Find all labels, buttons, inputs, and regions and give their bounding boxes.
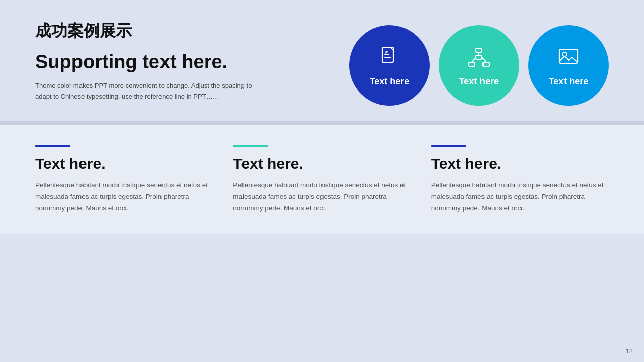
slide: 成功案例展示 Supporting text here. Theme color… (0, 0, 644, 362)
card-1-accent (35, 145, 70, 147)
chinese-title: 成功案例展示 (35, 20, 297, 42)
supporting-title: Supporting text here. (35, 51, 297, 73)
circle-3-label: Text here (549, 76, 589, 87)
svg-rect-10 (483, 62, 489, 66)
circle-2-label: Text here (459, 76, 499, 87)
card-1-body: Pellentesque habitant morbi tristique se… (35, 179, 213, 214)
circle-item-3: Text here (528, 25, 609, 106)
card-2-body: Pellentesque habitant morbi tristique se… (233, 179, 411, 214)
bottom-card-2: Text here. Pellentesque habitant morbi t… (233, 145, 411, 214)
left-content: 成功案例展示 Supporting text here. Theme color… (35, 20, 297, 102)
network-icon (467, 44, 491, 71)
circle-1-label: Text here (370, 76, 410, 87)
card-1-title: Text here. (35, 155, 213, 172)
svg-line-8 (482, 57, 486, 62)
bottom-section: Text here. Pellentesque habitant morbi t… (0, 125, 644, 234)
svg-point-12 (562, 52, 567, 56)
svg-rect-2 (384, 57, 391, 58)
description-text: Theme color makes PPT more convenient to… (35, 81, 257, 102)
bottom-card-1: Text here. Pellentesque habitant morbi t… (35, 145, 213, 214)
svg-rect-6 (476, 55, 482, 59)
card-2-title: Text here. (233, 155, 411, 172)
card-2-accent (233, 145, 268, 147)
svg-rect-9 (469, 62, 475, 66)
circle-item-1: P Text here (349, 25, 430, 106)
file-icon: P (377, 44, 401, 71)
circles-container: P Text here (317, 20, 609, 106)
card-3-accent (431, 145, 466, 147)
card-3-title: Text here. (431, 155, 609, 172)
top-section: 成功案例展示 Supporting text here. Theme color… (0, 0, 644, 121)
svg-text:P: P (385, 50, 388, 55)
page-number: 12 (626, 347, 633, 355)
svg-rect-4 (476, 48, 482, 52)
image-icon (556, 44, 581, 71)
section-separator (0, 121, 644, 125)
svg-line-7 (472, 57, 476, 62)
svg-rect-11 (559, 49, 578, 63)
bottom-card-3: Text here. Pellentesque habitant morbi t… (431, 145, 609, 214)
circle-item-2: Text here (439, 25, 519, 106)
card-3-body: Pellentesque habitant morbi tristique se… (431, 179, 609, 214)
